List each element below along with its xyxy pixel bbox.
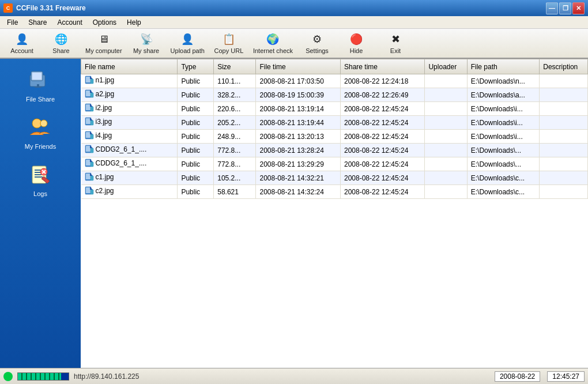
col-header-filepath[interactable]: File path: [467, 59, 540, 74]
sidebar-item-logs[interactable]: Logs: [9, 159, 72, 201]
toolbar-share[interactable]: 🌐 Share: [43, 31, 80, 56]
settings-icon: ⚙: [310, 32, 324, 46]
svg-rect-11: [35, 176, 43, 178]
table-row[interactable]: i2.jpg Public220.6...2008-08-21 13:19:14…: [81, 102, 588, 116]
app-icon: C: [3, 3, 13, 13]
svg-marker-41: [90, 159, 93, 162]
cell-description: [540, 157, 588, 171]
file-table-body: n1.jpg Public110.1...2008-08-21 17:03:50…: [81, 74, 588, 199]
cell-filename: i3.jpg: [81, 116, 178, 130]
cell-filetime: 2008-08-19 15:00:39: [256, 88, 341, 102]
cell-type: Public: [178, 74, 214, 88]
sidebar-fileshare-label: File Share: [26, 96, 55, 103]
close-button[interactable]: ✕: [572, 2, 585, 14]
cell-filepath: E:\Downloads\i...: [467, 130, 540, 144]
table-row[interactable]: n1.jpg Public110.1...2008-08-21 17:03:50…: [81, 74, 588, 88]
table-row[interactable]: a2.jpg Public328.2...2008-08-19 15:00:39…: [81, 88, 588, 102]
cell-size: 58.621: [214, 185, 256, 199]
cell-filepath: E:\Downloads\...: [467, 144, 540, 157]
cell-sharetime: 2008-08-22 12:45:24: [340, 130, 425, 144]
table-row[interactable]: CDDG2_6_1_.... Public772.8...2008-08-21 …: [81, 157, 588, 171]
svg-marker-29: [90, 118, 93, 121]
col-header-uploader[interactable]: Uploader: [425, 59, 467, 74]
toolbar-copyurl[interactable]: 📋 Copy URL: [210, 31, 247, 56]
status-bar: http://89.140.161.225 2008-08-22 12:45:2…: [0, 368, 588, 384]
col-header-sharetime[interactable]: Share time: [340, 59, 425, 74]
menu-account[interactable]: Account: [52, 17, 86, 28]
svg-rect-34: [91, 134, 93, 139]
toolbar-mycomputer[interactable]: 🖥 My computer: [82, 31, 126, 56]
internetcheck-icon: 🌍: [266, 32, 280, 46]
minimize-button[interactable]: —: [546, 2, 558, 14]
cell-description: [540, 102, 588, 116]
cell-size: 248.9...: [214, 130, 256, 144]
toolbar-uploadpath[interactable]: 👤 Upload path: [167, 31, 208, 56]
cell-size: 110.1...: [214, 74, 256, 88]
col-header-size[interactable]: Size: [214, 59, 256, 74]
svg-rect-48: [86, 187, 91, 193]
cell-sharetime: 2008-08-22 12:45:24: [340, 185, 425, 199]
cell-uploader: [425, 157, 467, 171]
toolbar-internetcheck[interactable]: 🌍 Internet check: [250, 31, 296, 56]
table-row[interactable]: CDDG2_6_1_.... Public772.8...2008-08-21 …: [81, 144, 588, 157]
menu-file[interactable]: File: [2, 17, 22, 28]
cell-sharetime: 2008-08-22 12:45:24: [340, 171, 425, 185]
toolbar-share-label: Share: [52, 47, 69, 54]
logs-icon: [28, 163, 53, 188]
menu-options[interactable]: Options: [88, 17, 121, 28]
table-row[interactable]: c2.jpg Public58.6212008-08-21 14:32:2420…: [81, 185, 588, 199]
cell-size: 220.6...: [214, 102, 256, 116]
col-header-filetime[interactable]: File time: [256, 59, 341, 74]
cell-uploader: [425, 171, 467, 185]
account-icon: 👤: [15, 32, 29, 46]
toolbar-exit-label: Exit: [390, 47, 401, 54]
svg-rect-18: [91, 79, 93, 84]
cell-filename: i2.jpg: [81, 102, 178, 116]
status-time: 12:45:27: [547, 371, 585, 382]
cell-type: Public: [178, 144, 214, 157]
svg-marker-21: [90, 90, 93, 93]
menu-share[interactable]: Share: [24, 17, 51, 28]
cell-sharetime: 2008-08-22 12:26:49: [340, 88, 425, 102]
menu-help[interactable]: Help: [122, 17, 146, 28]
toolbar-hide[interactable]: 🔴 Hide: [338, 31, 375, 56]
title-bar: C CCFile 3.31 Freeware — ❐ ✕: [0, 0, 588, 16]
toolbar-account[interactable]: 👤 Account: [3, 31, 40, 56]
svg-rect-50: [91, 190, 93, 194]
cell-uploader: [425, 88, 467, 102]
svg-rect-22: [91, 93, 93, 97]
toolbar-exit[interactable]: ✖ Exit: [377, 31, 414, 56]
sidebar: File Share My Friends: [0, 59, 81, 368]
cell-filename: c1.jpg: [81, 171, 178, 185]
cell-uploader: [425, 185, 467, 199]
svg-rect-26: [91, 107, 93, 111]
exit-icon: ✖: [389, 32, 402, 46]
cell-filename: CDDG2_6_1_....: [81, 144, 178, 157]
cell-filetime: 2008-08-21 14:32:21: [256, 171, 341, 185]
table-row[interactable]: c1.jpg Public105.2...2008-08-21 14:32:21…: [81, 171, 588, 185]
window-title: CCFile 3.31 Freeware: [16, 4, 86, 12]
status-url: http://89.140.161.225: [74, 372, 139, 381]
col-header-description[interactable]: Description: [540, 59, 588, 74]
progress-bar-fill: [18, 373, 61, 380]
col-header-type[interactable]: Type: [178, 59, 214, 74]
status-right: 2008-08-22 12:45:27: [495, 371, 585, 382]
cell-description: [540, 116, 588, 130]
cell-type: Public: [178, 157, 214, 171]
status-indicator: [3, 372, 13, 381]
table-row[interactable]: i3.jpg Public205.2...2008-08-21 13:19:44…: [81, 116, 588, 130]
maximize-button[interactable]: ❐: [559, 2, 571, 14]
cell-filetime: 2008-08-21 17:03:50: [256, 74, 341, 88]
toolbar-settings[interactable]: ⚙ Settings: [299, 31, 336, 56]
svg-rect-20: [86, 91, 91, 96]
toolbar-internetcheck-label: Internet check: [253, 47, 293, 54]
sidebar-item-fileshare[interactable]: File Share: [9, 65, 72, 106]
svg-rect-36: [86, 146, 91, 152]
table-row[interactable]: i4.jpg Public248.9...2008-08-21 13:20:13…: [81, 130, 588, 144]
cell-filetime: 2008-08-21 13:19:44: [256, 116, 341, 130]
sidebar-item-myfriends[interactable]: My Friends: [9, 112, 72, 153]
toolbar-myshare[interactable]: 📡 My share: [128, 31, 165, 56]
svg-rect-2: [32, 73, 42, 80]
svg-point-6: [40, 120, 47, 127]
col-header-filename[interactable]: File name: [81, 59, 178, 74]
